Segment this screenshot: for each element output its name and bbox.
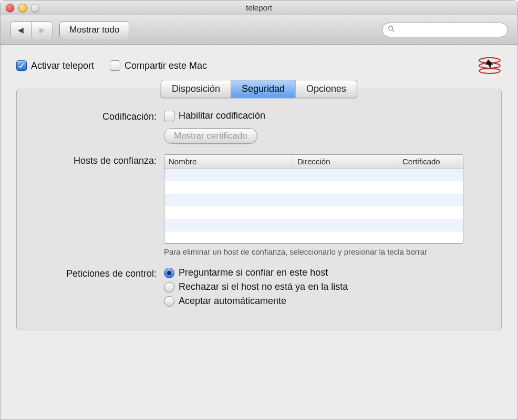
encoding-row: Codificación: Habilitar codificación Mos… bbox=[33, 110, 485, 144]
tab-label: Disposición bbox=[172, 83, 220, 94]
share-mac-label: Compartir este Mac bbox=[125, 60, 207, 71]
close-window-button[interactable] bbox=[6, 4, 14, 12]
radio-label: Aceptar automáticamente bbox=[179, 296, 286, 307]
show-certificate-button[interactable]: Mostrar certificado bbox=[164, 128, 257, 144]
control-requests-label: Peticiones de control: bbox=[33, 267, 164, 279]
svg-point-0 bbox=[389, 26, 393, 30]
column-name[interactable]: Nombre bbox=[164, 155, 293, 168]
show-certificate-label: Mostrar certificado bbox=[174, 131, 247, 141]
content-area: Activar teleport Compartir este Mac Disp… bbox=[1, 45, 517, 419]
triangle-right-icon: ▶ bbox=[39, 26, 45, 34]
table-row[interactable] bbox=[164, 181, 463, 194]
control-requests-radio-group: Preguntarme si confiar en este host Rech… bbox=[164, 267, 485, 307]
search-icon bbox=[388, 25, 395, 34]
show-all-label: Mostrar todo bbox=[69, 25, 119, 35]
trusted-hosts-table[interactable]: Nombre Dirección Certificado bbox=[164, 154, 463, 244]
radio-reject-unknown[interactable]: Rechazar si el host no está ya en la lis… bbox=[164, 281, 485, 292]
trusted-hosts-row: Hosts de confianza: Nombre Dirección Cer… bbox=[33, 154, 485, 257]
nav-buttons: ◀ ▶ bbox=[10, 22, 53, 38]
table-row[interactable] bbox=[164, 219, 463, 232]
forward-button[interactable]: ▶ bbox=[32, 22, 53, 38]
show-all-button[interactable]: Mostrar todo bbox=[59, 22, 129, 38]
checkbox-box bbox=[110, 60, 120, 71]
table-body bbox=[164, 169, 463, 244]
table-header: Nombre Dirección Certificado bbox=[164, 155, 463, 169]
encoding-label: Codificación: bbox=[33, 110, 164, 122]
enable-encoding-label: Habilitar codificación bbox=[179, 110, 265, 121]
radio-ask-trust[interactable]: Preguntarme si confiar en este host bbox=[164, 267, 485, 278]
tab-security[interactable]: Seguridad bbox=[231, 80, 296, 98]
search-field[interactable] bbox=[382, 23, 508, 37]
control-requests-row: Peticiones de control: Preguntarme si co… bbox=[33, 267, 485, 307]
radio-label: Preguntarme si confiar en este host bbox=[179, 267, 328, 278]
checkbox-box bbox=[164, 111, 174, 121]
minimize-window-button[interactable] bbox=[18, 4, 27, 12]
tab-label: Seguridad bbox=[242, 83, 285, 94]
tab-bar: Disposición Seguridad Opciones bbox=[161, 80, 357, 98]
window-controls bbox=[6, 4, 39, 12]
tab-panel: Disposición Seguridad Opciones Codificac… bbox=[16, 89, 502, 330]
tab-layout[interactable]: Disposición bbox=[161, 80, 231, 98]
top-options-row: Activar teleport Compartir este Mac bbox=[16, 55, 502, 76]
zoom-window-button[interactable] bbox=[31, 4, 39, 12]
column-certificate[interactable]: Certificado bbox=[398, 155, 463, 168]
window-title: teleport bbox=[246, 3, 272, 12]
tab-options[interactable]: Opciones bbox=[296, 80, 357, 98]
trusted-hosts-hint: Para eliminar un host de confianza, sele… bbox=[164, 247, 463, 257]
table-row[interactable] bbox=[164, 232, 463, 244]
radio-dot bbox=[164, 296, 174, 307]
radio-accept-auto[interactable]: Aceptar automáticamente bbox=[164, 296, 485, 307]
search-input[interactable] bbox=[397, 26, 502, 34]
svg-line-1 bbox=[392, 30, 395, 32]
table-row[interactable] bbox=[164, 206, 463, 219]
radio-dot bbox=[164, 268, 174, 278]
table-row[interactable] bbox=[164, 194, 463, 206]
toolbar: ◀ ▶ Mostrar todo bbox=[1, 15, 517, 45]
table-row[interactable] bbox=[164, 169, 463, 181]
titlebar: teleport bbox=[1, 1, 517, 15]
trusted-hosts-label: Hosts de confianza: bbox=[33, 154, 164, 166]
back-button[interactable]: ◀ bbox=[11, 22, 32, 38]
enable-encoding-checkbox[interactable]: Habilitar codificación bbox=[164, 110, 265, 121]
share-mac-checkbox[interactable]: Compartir este Mac bbox=[110, 60, 207, 71]
svg-point-4 bbox=[479, 68, 500, 74]
activate-teleport-label: Activar teleport bbox=[31, 60, 94, 71]
teleport-logo-icon bbox=[478, 55, 502, 76]
checkbox-box bbox=[16, 60, 27, 71]
tab-label: Opciones bbox=[306, 83, 346, 94]
radio-label: Rechazar si el host no está ya en la lis… bbox=[179, 281, 348, 292]
preferences-window: teleport ◀ ▶ Mostrar todo Activar telepo… bbox=[0, 0, 518, 420]
radio-dot bbox=[164, 282, 174, 292]
triangle-left-icon: ◀ bbox=[18, 26, 24, 34]
column-address[interactable]: Dirección bbox=[293, 155, 398, 168]
activate-teleport-checkbox[interactable]: Activar teleport bbox=[16, 60, 94, 71]
